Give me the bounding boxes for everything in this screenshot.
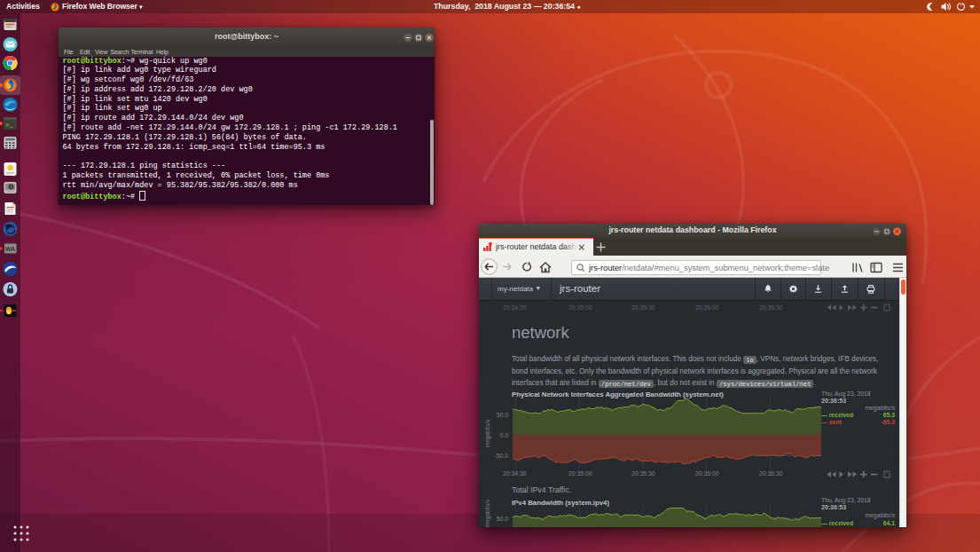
svg-text:WA: WA — [5, 246, 15, 252]
svg-text:>_: >_ — [5, 122, 13, 129]
